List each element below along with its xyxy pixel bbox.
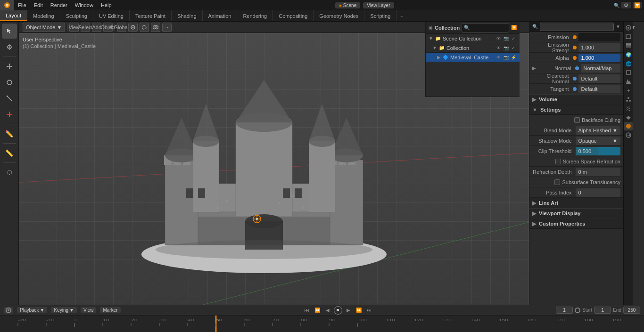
tab-rendering[interactable]: Rendering xyxy=(237,10,273,21)
add-workspace-tab[interactable]: + xyxy=(396,13,407,19)
props-tab-object[interactable] xyxy=(624,68,633,77)
props-tab-particles[interactable]: ✦ xyxy=(624,86,633,95)
tab-layout[interactable]: Layout xyxy=(0,10,27,21)
tool-cursor[interactable] xyxy=(2,40,17,55)
record-btn[interactable]: ⏺ xyxy=(334,306,342,315)
props-tab-render[interactable] xyxy=(624,24,633,32)
view-menu[interactable]: View xyxy=(69,23,79,32)
props-tab-scene[interactable]: 🌍 xyxy=(624,50,633,59)
tab-compositing[interactable]: Compositing xyxy=(273,10,314,21)
castle-check[interactable]: ⚡ xyxy=(510,54,517,61)
blender-logo-menu[interactable] xyxy=(0,0,14,10)
outliner-collection[interactable]: ▼ 📁 Collection 👁 📷 ✓ xyxy=(426,43,520,53)
outliner-search[interactable]: 🔍 xyxy=(462,23,509,32)
tab-modeling[interactable]: Modeling xyxy=(27,10,60,21)
refraction-depth-value[interactable]: 0 m xyxy=(576,168,621,176)
filter-icon[interactable]: 🔽 xyxy=(633,2,642,8)
menu-window[interactable]: Window xyxy=(71,0,97,10)
keying-dropdown[interactable]: Keying ▼ xyxy=(51,307,76,313)
tool-scale[interactable] xyxy=(2,91,17,106)
tool-add-cube[interactable]: ⬡ xyxy=(2,165,17,180)
castle-camera[interactable]: 📷 xyxy=(503,54,509,61)
tool-move[interactable] xyxy=(2,59,17,74)
tab-sculpting[interactable]: Sculpting xyxy=(60,10,93,21)
tab-uv-editing[interactable]: UV Editing xyxy=(93,10,130,21)
volume-section[interactable]: ▶ Volume xyxy=(529,94,623,105)
alpha-value[interactable]: 1.000 xyxy=(578,54,621,62)
menu-edit[interactable]: Edit xyxy=(30,0,47,10)
blend-mode-dropdown[interactable]: Alpha Hashed ▼ xyxy=(576,126,621,135)
castle-visibility[interactable]: 👁 xyxy=(495,54,502,61)
view-layer-dropdown[interactable]: View Layer xyxy=(363,2,394,8)
clip-threshold-value[interactable]: 0.500 xyxy=(576,147,621,155)
emission-color[interactable] xyxy=(578,33,621,41)
tab-geometry-nodes[interactable]: Geometry Nodes xyxy=(314,10,364,21)
subsurface-translucency-checkbox[interactable] xyxy=(554,179,560,185)
tangent-value[interactable]: Default xyxy=(578,85,621,93)
select-menu[interactable]: Select xyxy=(81,23,90,32)
screen-space-refraction-checkbox[interactable] xyxy=(555,159,561,164)
tab-scripting[interactable]: Scripting xyxy=(364,10,396,21)
add-menu[interactable]: Add xyxy=(92,23,101,32)
timeline-marker-btn[interactable]: Marker xyxy=(100,307,120,313)
proportional-btn[interactable] xyxy=(140,23,149,32)
collection-check[interactable]: ✓ xyxy=(510,45,517,51)
tool-measure[interactable]: 📏 xyxy=(2,146,17,161)
settings-icon[interactable]: ⚙ xyxy=(621,2,631,8)
settings-section[interactable]: ▼ Settings xyxy=(529,105,623,115)
tool-select[interactable] xyxy=(2,24,17,39)
props-tab-constraints[interactable]: ⛓ xyxy=(624,104,633,113)
tab-animation[interactable]: Animation xyxy=(203,10,238,21)
timeline-scrubber[interactable]: -20 -10 0 10 20 30 40 50 60 70 80 90 100… xyxy=(0,316,644,332)
tool-annotate[interactable]: ✏️ xyxy=(2,126,17,141)
props-tab-modifier[interactable] xyxy=(624,77,633,86)
search-icon[interactable]: 🔍 xyxy=(614,3,619,8)
current-frame-input[interactable]: 1 xyxy=(556,307,573,314)
props-tab-object-data[interactable] xyxy=(624,131,633,139)
menu-file[interactable]: File xyxy=(14,0,30,10)
playback-dropdown[interactable]: Playback ▼ xyxy=(17,307,47,313)
tool-transform[interactable] xyxy=(2,107,17,122)
props-filter-icon[interactable]: ▼ xyxy=(616,24,620,29)
collection-visibility[interactable]: 👁 xyxy=(495,45,502,51)
shadow-mode-dropdown[interactable]: Opaque ▼ xyxy=(576,137,621,145)
custom-properties-section[interactable]: ▶ Custom Properties xyxy=(529,219,623,229)
outliner-medieval-castle[interactable]: ▶ 🔷 Medieval_Castle 👁 📷 ⚡ xyxy=(426,53,520,62)
timeline-mode-btn[interactable] xyxy=(4,307,13,314)
transform-global-dropdown[interactable]: ⊕ Global ▼ xyxy=(117,23,126,32)
props-tab-physics[interactable] xyxy=(624,95,633,104)
overlay-btn[interactable] xyxy=(151,23,160,32)
outliner-filter[interactable]: 🔽 xyxy=(511,25,517,30)
normal-expand[interactable]: ▶ xyxy=(532,65,536,71)
collection-camera[interactable]: 📷 xyxy=(503,45,509,51)
tab-texture-paint[interactable]: Texture Paint xyxy=(130,10,172,21)
line-art-section[interactable]: ▶ Line Art xyxy=(529,198,623,208)
tool-rotate[interactable] xyxy=(2,75,17,90)
timeline-view-btn[interactable]: View xyxy=(81,307,97,313)
mode-dropdown[interactable]: Object Mode ▼ xyxy=(23,23,65,32)
end-frame-input[interactable]: 250 xyxy=(623,307,640,314)
outliner-scene-collection[interactable]: ▼ 📁 Scene Collection 👁 📷 ✓ xyxy=(426,34,520,43)
props-search-input[interactable] xyxy=(540,23,614,31)
clearcoat-value[interactable]: Default xyxy=(578,74,621,83)
jump-end-btn[interactable]: ⏭ xyxy=(365,306,373,315)
props-tab-data[interactable] xyxy=(624,113,633,121)
visibility-icon[interactable]: 👁 xyxy=(495,35,502,42)
snap-btn[interactable] xyxy=(128,23,138,32)
backface-culling-checkbox[interactable] xyxy=(574,117,580,123)
check-icon[interactable]: ✓ xyxy=(510,35,517,42)
snap-icon-2[interactable]: ~ xyxy=(162,23,172,32)
menu-help[interactable]: Help xyxy=(97,0,116,10)
camera-icon[interactable]: 📷 xyxy=(503,35,509,42)
viewport-display-section[interactable]: ▶ Viewport Display xyxy=(529,208,623,219)
jump-start-btn[interactable]: ⏮ xyxy=(303,306,311,315)
emission-strength-value[interactable]: 1.000 xyxy=(578,43,621,52)
pass-index-value[interactable]: 0 xyxy=(576,188,621,197)
play-btn[interactable]: ▶ xyxy=(344,306,353,315)
props-tab-output[interactable] xyxy=(624,32,633,41)
normal-value[interactable]: Normal/Map xyxy=(581,64,621,73)
step-back-btn[interactable]: ⏪ xyxy=(313,306,322,315)
menu-render[interactable]: Render xyxy=(47,0,71,10)
tab-shading[interactable]: Shading xyxy=(172,10,202,21)
props-tab-world[interactable]: 🌐 xyxy=(624,59,633,68)
